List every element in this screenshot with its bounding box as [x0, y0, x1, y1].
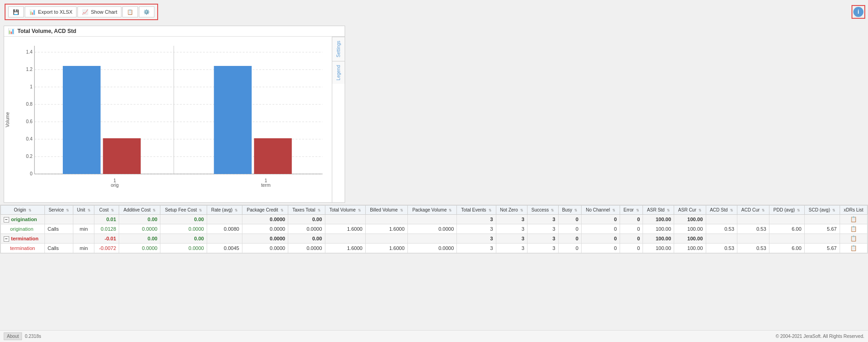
- export-xlsx-button[interactable]: 📊 Export to XLSX: [25, 6, 77, 17]
- footer: About 0.2318s © 2004-2021 JeraSoft. All …: [0, 330, 868, 342]
- col-busy[interactable]: Busy ⇅: [558, 206, 582, 215]
- chart-container: 📊 Total Volume, ACD Std Volume: [4, 26, 345, 203]
- col-xdrs-list[interactable]: xDRs List: [840, 206, 867, 215]
- copy-xdr-icon[interactable]: 📋: [850, 235, 857, 242]
- svg-text:1.4: 1.4: [26, 49, 33, 54]
- col-success[interactable]: Success ⇅: [527, 206, 558, 215]
- expand-icon[interactable]: −: [4, 217, 9, 223]
- col-scd-avg[interactable]: SCD (avg) ⇅: [804, 206, 840, 215]
- svg-text:0.6: 0.6: [26, 119, 33, 124]
- origin-value: origination: [11, 217, 37, 222]
- col-total-events[interactable]: Total Events ⇅: [457, 206, 496, 215]
- col-rate-avg[interactable]: Rate (avg) ⇅: [207, 206, 242, 215]
- svg-text:1: 1: [30, 84, 33, 89]
- settings-button[interactable]: ⚙️: [139, 6, 154, 17]
- col-setup-fee-cost[interactable]: Setup Fee Cost ⇅: [160, 206, 207, 215]
- info-button[interactable]: i: [853, 7, 863, 17]
- chart-right-tabs: Settings Legend: [332, 37, 345, 202]
- origin-value: origination: [10, 226, 33, 232]
- col-asr-cur[interactable]: ASR Cur ⇅: [674, 206, 706, 215]
- col-acd-std[interactable]: ACD Std ⇅: [706, 206, 737, 215]
- table-header-row: Origin ⇅ Service ⇅ Unit ⇅ Cost ⇅ Additiv…: [1, 206, 868, 215]
- col-package-credit[interactable]: Package Credit ⇅: [242, 206, 288, 215]
- data-table-container: Origin ⇅ Service ⇅ Unit ⇅ Cost ⇅ Additiv…: [0, 205, 868, 254]
- table-row: terminationCallsmin-0.00720.00000.00000.…: [1, 244, 868, 253]
- table-row: originationCallsmin0.01280.00000.00000.0…: [1, 224, 868, 234]
- chart-svg: 0 0.2 0.4 0.6 0.8 1 1.2 1.4: [16, 41, 327, 188]
- bar-orig-red: [103, 138, 141, 174]
- svg-text:1.2: 1.2: [26, 67, 33, 72]
- show-chart-button[interactable]: 📈 Show Chart: [77, 6, 121, 17]
- copy-button[interactable]: 📋: [122, 6, 138, 17]
- chart-icon-title: 📊: [8, 28, 15, 34]
- legend-tab[interactable]: Legend: [332, 61, 345, 84]
- copy-icon: 📋: [126, 8, 134, 16]
- chart-icon: 📈: [82, 8, 89, 16]
- svg-text:0.2: 0.2: [26, 154, 33, 159]
- col-acd-cur[interactable]: ACD Cur ⇅: [737, 206, 769, 215]
- table-row: −termination-0.010.000.000.00000.0033300…: [1, 234, 868, 244]
- origin-value: termination: [11, 236, 38, 241]
- export-icon: 📊: [29, 8, 36, 16]
- bar-orig-blue: [63, 66, 100, 174]
- bar-term-blue: [214, 66, 252, 174]
- info-button-wrapper: i: [852, 5, 865, 19]
- col-billed-volume[interactable]: Billed Volume ⇅: [365, 206, 407, 215]
- chart-y-label: Volume: [4, 37, 11, 202]
- copy-xdr-icon[interactable]: 📋: [850, 226, 857, 232]
- col-taxes-total[interactable]: Taxes Total ⇅: [288, 206, 325, 215]
- col-asr-std[interactable]: ASR Std ⇅: [643, 206, 674, 215]
- col-package-volume[interactable]: Package Volume ⇅: [407, 206, 456, 215]
- col-not-zero[interactable]: Not Zero ⇅: [496, 206, 527, 215]
- table-row: −origination0.010.000.000.00000.00333000…: [1, 215, 868, 224]
- chart-title-bar: 📊 Total Volume, ACD Std: [4, 26, 345, 37]
- col-service[interactable]: Service ⇅: [44, 206, 73, 215]
- col-no-channel[interactable]: No Channel ⇅: [582, 206, 620, 215]
- toolbar: 💾 📊 Export to XLSX 📈 Show Chart 📋 ⚙️: [5, 4, 158, 20]
- save-button[interactable]: 💾: [8, 6, 24, 17]
- svg-text:0.8: 0.8: [26, 102, 33, 107]
- data-table: Origin ⇅ Service ⇅ Unit ⇅ Cost ⇅ Additiv…: [0, 205, 868, 253]
- settings-icon: ⚙️: [143, 8, 150, 16]
- col-additive-cost[interactable]: Additive Cost ⇅: [119, 206, 160, 215]
- svg-text:orig: orig: [111, 183, 119, 188]
- chart-label: Show Chart: [91, 9, 117, 15]
- col-pdd-avg[interactable]: PDD (avg) ⇅: [769, 206, 804, 215]
- expand-icon[interactable]: −: [4, 236, 9, 242]
- footer-copyright: © 2004-2021 JeraSoft. All Rights Reserve…: [775, 334, 864, 339]
- settings-tab[interactable]: Settings: [332, 37, 345, 61]
- save-icon: 💾: [12, 8, 20, 16]
- origin-value: termination: [10, 245, 35, 251]
- chart-main: 0 0.2 0.4 0.6 0.8 1 1.2 1.4: [11, 37, 332, 202]
- about-button[interactable]: About: [4, 332, 22, 340]
- chart-area: Volume 0 0.2 0.4 0.6: [4, 37, 345, 202]
- copy-xdr-icon[interactable]: 📋: [850, 245, 857, 251]
- col-error[interactable]: Error ⇅: [620, 206, 643, 215]
- bar-term-red: [254, 138, 291, 174]
- col-origin[interactable]: Origin ⇅: [1, 206, 45, 215]
- svg-text:0: 0: [30, 171, 33, 176]
- copy-xdr-icon[interactable]: 📋: [850, 216, 857, 223]
- svg-text:0.4: 0.4: [26, 136, 33, 141]
- chart-title: Total Volume, ACD Std: [17, 28, 76, 34]
- export-label: Export to XLSX: [38, 9, 72, 15]
- svg-text:term: term: [261, 183, 271, 188]
- col-unit[interactable]: Unit ⇅: [73, 206, 94, 215]
- footer-timing: 0.2318s: [25, 334, 41, 339]
- col-total-volume[interactable]: Total Volume ⇅: [325, 206, 365, 215]
- col-cost[interactable]: Cost ⇅: [94, 206, 119, 215]
